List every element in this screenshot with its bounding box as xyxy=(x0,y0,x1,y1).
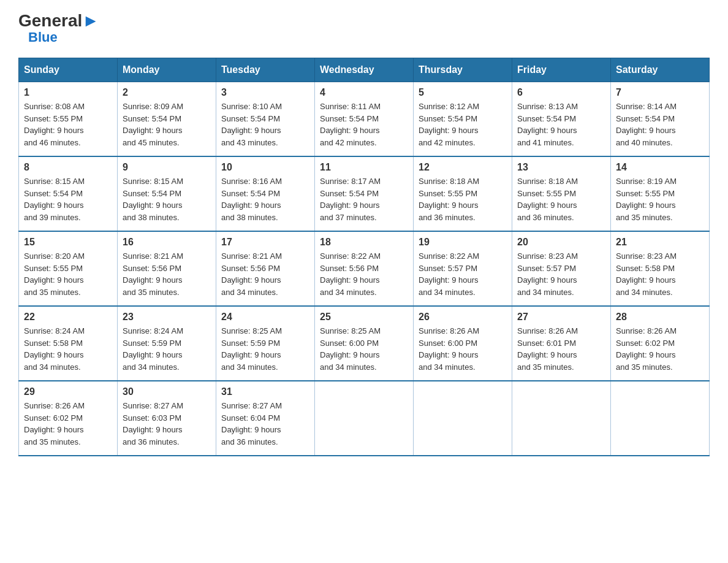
day-number: 23 xyxy=(123,312,211,323)
day-number: 20 xyxy=(517,237,605,248)
header-friday: Friday xyxy=(512,58,611,82)
week-row-2: 8Sunrise: 8:15 AMSunset: 5:54 PMDaylight… xyxy=(19,156,710,231)
day-info: Sunrise: 8:10 AMSunset: 5:54 PMDaylight:… xyxy=(221,101,309,148)
day-info: Sunrise: 8:20 AMSunset: 5:55 PMDaylight:… xyxy=(24,250,112,298)
calendar-header: SundayMondayTuesdayWednesdayThursdayFrid… xyxy=(19,58,710,82)
day-number: 5 xyxy=(419,87,507,98)
header-monday: Monday xyxy=(118,58,216,82)
day-number: 21 xyxy=(616,237,704,248)
day-info: Sunrise: 8:09 AMSunset: 5:54 PMDaylight:… xyxy=(123,101,211,148)
day-info: Sunrise: 8:17 AMSunset: 5:54 PMDaylight:… xyxy=(320,175,408,223)
day-info: Sunrise: 8:27 AMSunset: 6:04 PMDaylight:… xyxy=(221,400,309,448)
day-info: Sunrise: 8:12 AMSunset: 5:54 PMDaylight:… xyxy=(419,101,507,148)
cell-week5-day4 xyxy=(414,381,512,456)
day-info: Sunrise: 8:18 AMSunset: 5:55 PMDaylight:… xyxy=(517,175,605,223)
logo-blue-text: Blue xyxy=(28,29,58,45)
day-info: Sunrise: 8:26 AMSunset: 6:02 PMDaylight:… xyxy=(616,325,704,373)
day-info: Sunrise: 8:11 AMSunset: 5:54 PMDaylight:… xyxy=(320,101,408,148)
day-number: 1 xyxy=(24,87,112,98)
cell-week3-day1: 16Sunrise: 8:21 AMSunset: 5:56 PMDayligh… xyxy=(118,231,216,306)
cell-week3-day2: 17Sunrise: 8:21 AMSunset: 5:56 PMDayligh… xyxy=(216,231,315,306)
cell-week2-day0: 8Sunrise: 8:15 AMSunset: 5:54 PMDaylight… xyxy=(19,156,118,231)
logo: General► Blue xyxy=(18,12,99,45)
day-number: 24 xyxy=(221,312,309,323)
day-number: 31 xyxy=(221,386,309,397)
day-number: 18 xyxy=(320,237,408,248)
day-number: 30 xyxy=(123,386,211,397)
day-number: 12 xyxy=(419,162,507,173)
day-number: 15 xyxy=(24,237,112,248)
cell-week4-day1: 23Sunrise: 8:24 AMSunset: 5:59 PMDayligh… xyxy=(118,306,216,381)
week-row-3: 15Sunrise: 8:20 AMSunset: 5:55 PMDayligh… xyxy=(19,231,710,306)
cell-week4-day5: 27Sunrise: 8:26 AMSunset: 6:01 PMDayligh… xyxy=(512,306,611,381)
day-info: Sunrise: 8:19 AMSunset: 5:55 PMDaylight:… xyxy=(616,175,704,223)
day-info: Sunrise: 8:15 AMSunset: 5:54 PMDaylight:… xyxy=(24,175,112,223)
cell-week5-day0: 29Sunrise: 8:26 AMSunset: 6:02 PMDayligh… xyxy=(19,381,118,456)
cell-week2-day3: 11Sunrise: 8:17 AMSunset: 5:54 PMDayligh… xyxy=(315,156,414,231)
day-number: 14 xyxy=(616,162,704,173)
cell-week3-day5: 20Sunrise: 8:23 AMSunset: 5:57 PMDayligh… xyxy=(512,231,611,306)
day-info: Sunrise: 8:26 AMSunset: 6:02 PMDaylight:… xyxy=(24,400,112,448)
calendar-body: 1Sunrise: 8:08 AMSunset: 5:55 PMDaylight… xyxy=(19,82,710,456)
day-info: Sunrise: 8:25 AMSunset: 6:00 PMDaylight:… xyxy=(320,325,408,373)
day-number: 16 xyxy=(123,237,211,248)
cell-week3-day0: 15Sunrise: 8:20 AMSunset: 5:55 PMDayligh… xyxy=(19,231,118,306)
day-number: 10 xyxy=(221,162,309,173)
cell-week4-day2: 24Sunrise: 8:25 AMSunset: 5:59 PMDayligh… xyxy=(216,306,315,381)
cell-week1-day0: 1Sunrise: 8:08 AMSunset: 5:55 PMDaylight… xyxy=(19,82,118,157)
cell-week5-day5 xyxy=(512,381,611,456)
day-info: Sunrise: 8:18 AMSunset: 5:55 PMDaylight:… xyxy=(419,175,507,223)
week-row-5: 29Sunrise: 8:26 AMSunset: 6:02 PMDayligh… xyxy=(19,381,710,456)
cell-week4-day6: 28Sunrise: 8:26 AMSunset: 6:02 PMDayligh… xyxy=(611,306,710,381)
day-number: 22 xyxy=(24,312,112,323)
day-number: 7 xyxy=(616,87,704,98)
cell-week4-day4: 26Sunrise: 8:26 AMSunset: 6:00 PMDayligh… xyxy=(414,306,512,381)
page-header: General► Blue xyxy=(18,12,710,45)
day-info: Sunrise: 8:23 AMSunset: 5:58 PMDaylight:… xyxy=(616,250,704,298)
cell-week5-day2: 31Sunrise: 8:27 AMSunset: 6:04 PMDayligh… xyxy=(216,381,315,456)
day-info: Sunrise: 8:22 AMSunset: 5:56 PMDaylight:… xyxy=(320,250,408,298)
cell-week5-day3 xyxy=(315,381,414,456)
day-info: Sunrise: 8:25 AMSunset: 5:59 PMDaylight:… xyxy=(221,325,309,373)
calendar-table: SundayMondayTuesdayWednesdayThursdayFrid… xyxy=(18,58,710,456)
day-number: 17 xyxy=(221,237,309,248)
cell-week1-day3: 4Sunrise: 8:11 AMSunset: 5:54 PMDaylight… xyxy=(315,82,414,157)
day-number: 13 xyxy=(517,162,605,173)
day-info: Sunrise: 8:24 AMSunset: 5:59 PMDaylight:… xyxy=(123,325,211,373)
cell-week5-day6 xyxy=(611,381,710,456)
day-info: Sunrise: 8:15 AMSunset: 5:54 PMDaylight:… xyxy=(123,175,211,223)
day-number: 28 xyxy=(616,312,704,323)
day-info: Sunrise: 8:26 AMSunset: 6:00 PMDaylight:… xyxy=(419,325,507,373)
day-info: Sunrise: 8:23 AMSunset: 5:57 PMDaylight:… xyxy=(517,250,605,298)
cell-week3-day3: 18Sunrise: 8:22 AMSunset: 5:56 PMDayligh… xyxy=(315,231,414,306)
day-info: Sunrise: 8:27 AMSunset: 6:03 PMDaylight:… xyxy=(123,400,211,448)
header-thursday: Thursday xyxy=(414,58,512,82)
day-info: Sunrise: 8:08 AMSunset: 5:55 PMDaylight:… xyxy=(24,101,112,148)
week-row-4: 22Sunrise: 8:24 AMSunset: 5:58 PMDayligh… xyxy=(19,306,710,381)
day-info: Sunrise: 8:21 AMSunset: 5:56 PMDaylight:… xyxy=(123,250,211,298)
cell-week3-day4: 19Sunrise: 8:22 AMSunset: 5:57 PMDayligh… xyxy=(414,231,512,306)
cell-week1-day1: 2Sunrise: 8:09 AMSunset: 5:54 PMDaylight… xyxy=(118,82,216,157)
cell-week2-day1: 9Sunrise: 8:15 AMSunset: 5:54 PMDaylight… xyxy=(118,156,216,231)
day-number: 8 xyxy=(24,162,112,173)
cell-week2-day6: 14Sunrise: 8:19 AMSunset: 5:55 PMDayligh… xyxy=(611,156,710,231)
day-info: Sunrise: 8:26 AMSunset: 6:01 PMDaylight:… xyxy=(517,325,605,373)
cell-week1-day6: 7Sunrise: 8:14 AMSunset: 5:54 PMDaylight… xyxy=(611,82,710,157)
day-info: Sunrise: 8:24 AMSunset: 5:58 PMDaylight:… xyxy=(24,325,112,373)
day-number: 4 xyxy=(320,87,408,98)
header-sunday: Sunday xyxy=(19,58,118,82)
cell-week1-day4: 5Sunrise: 8:12 AMSunset: 5:54 PMDaylight… xyxy=(414,82,512,157)
logo-general-text: General► xyxy=(18,12,99,29)
cell-week2-day5: 13Sunrise: 8:18 AMSunset: 5:55 PMDayligh… xyxy=(512,156,611,231)
day-number: 26 xyxy=(419,312,507,323)
day-info: Sunrise: 8:22 AMSunset: 5:57 PMDaylight:… xyxy=(419,250,507,298)
day-number: 6 xyxy=(517,87,605,98)
day-info: Sunrise: 8:21 AMSunset: 5:56 PMDaylight:… xyxy=(221,250,309,298)
cell-week4-day3: 25Sunrise: 8:25 AMSunset: 6:00 PMDayligh… xyxy=(315,306,414,381)
day-number: 3 xyxy=(221,87,309,98)
day-number: 29 xyxy=(24,386,112,397)
day-info: Sunrise: 8:13 AMSunset: 5:54 PMDaylight:… xyxy=(517,101,605,148)
cell-week2-day2: 10Sunrise: 8:16 AMSunset: 5:54 PMDayligh… xyxy=(216,156,315,231)
day-info: Sunrise: 8:14 AMSunset: 5:54 PMDaylight:… xyxy=(616,101,704,148)
header-wednesday: Wednesday xyxy=(315,58,414,82)
